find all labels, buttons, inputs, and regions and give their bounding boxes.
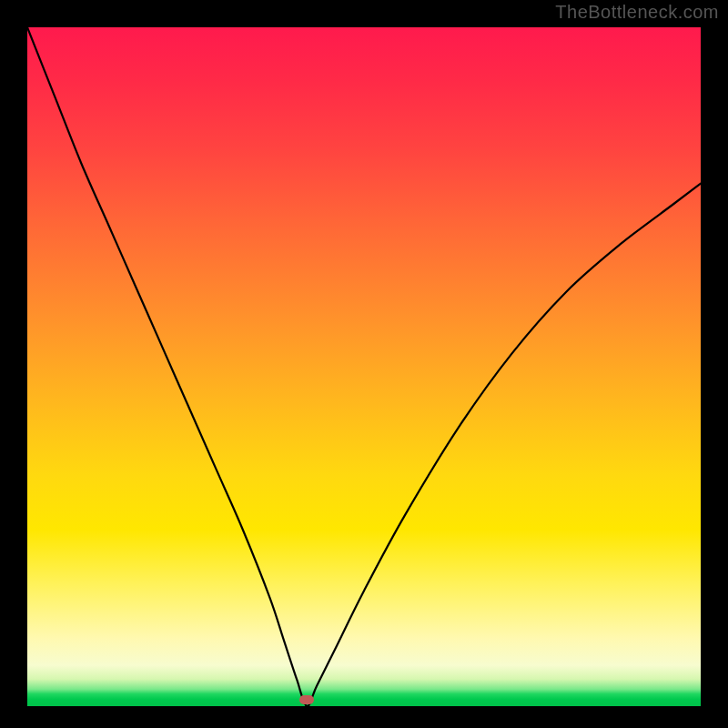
chart-background-gradient [27,27,701,706]
watermark-text: TheBottleneck.com [555,2,719,23]
minimum-marker [299,695,314,704]
chart-container: TheBottleneck.com [0,0,728,728]
